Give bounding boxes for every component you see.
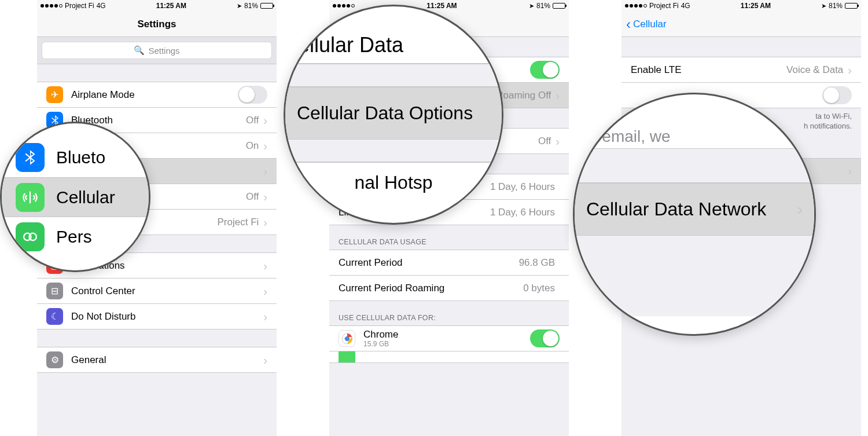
- row-general[interactable]: ⚙ General ›: [37, 347, 277, 372]
- navbar: ‹ Cellular: [621, 12, 861, 37]
- carrier-label: Project Fi: [65, 2, 94, 10]
- signal-dots-icon: [41, 4, 62, 8]
- svg-point-5: [29, 233, 36, 240]
- row-dnd[interactable]: ☾ Do Not Disturb ›: [37, 303, 277, 329]
- label: Lifetime: [339, 207, 490, 218]
- value: 1 Day, 6 Hours: [490, 207, 555, 218]
- back-label: Cellular: [633, 19, 667, 30]
- search-icon: 🔍: [134, 45, 145, 56]
- control-center-icon: ⊟: [46, 283, 63, 299]
- label: Notifications: [71, 260, 263, 272]
- value: 0 bytes: [523, 283, 555, 294]
- row-data-roaming[interactable]: [621, 82, 861, 108]
- label: Current Period: [339, 257, 519, 269]
- navbar: [329, 12, 569, 37]
- cellular-icon: [46, 163, 63, 179]
- row-notifications[interactable]: ▢ Notifications ›: [37, 252, 277, 278]
- search-input[interactable]: 🔍 Settings: [42, 42, 272, 59]
- gear-icon: ⚙: [46, 351, 63, 368]
- chevron-left-icon: ‹: [626, 17, 631, 31]
- label: Airplane Mode: [71, 89, 238, 101]
- svg-point-3: [345, 336, 350, 341]
- search-wrap: 🔍 Settings: [37, 37, 277, 64]
- cellular-data-toggle[interactable]: [530, 61, 560, 79]
- row-app-chrome[interactable]: Chrome 15.9 GB: [329, 325, 569, 351]
- battery-icon: [845, 3, 858, 9]
- search-placeholder: Settings: [148, 46, 179, 56]
- label: Current Period Roaming: [339, 283, 523, 294]
- value: On: [246, 140, 259, 152]
- row-bluetooth[interactable]: Bluetooth Off ›: [37, 107, 277, 133]
- row-usage-current: Current Period 96.8 GB: [329, 250, 569, 275]
- header-use-for: USE CELLULAR DATA FOR:: [329, 301, 569, 325]
- chevron-right-icon: ›: [848, 165, 852, 177]
- hotspot-icon: [46, 188, 63, 205]
- chevron-right-icon: ›: [848, 64, 852, 76]
- chevron-right-icon: ›: [263, 354, 267, 366]
- row-enable-lte[interactable]: Enable LTE Voice & Data ›: [621, 57, 861, 82]
- row-hotspot[interactable]: Off ›: [37, 184, 277, 209]
- chevron-right-icon: ›: [556, 135, 560, 147]
- roaming-toggle[interactable]: [822, 86, 852, 104]
- chrome-toggle[interactable]: [530, 329, 560, 347]
- row-carrier[interactable]: Project Fi ›: [37, 209, 277, 235]
- status-bar: 11:25 AM ➤ 81%: [329, 0, 569, 12]
- row-control-center[interactable]: ⊟ Control Center ›: [37, 278, 277, 303]
- status-bar: Project Fi 4G 11:25 AM ➤ 81%: [37, 0, 277, 12]
- row-calltime-current: Current Period 1 Day, 6 Hours: [329, 174, 569, 199]
- chevron-right-icon: ›: [556, 90, 560, 101]
- value: 96.8 GB: [519, 257, 555, 269]
- chevron-right-icon: ›: [263, 285, 267, 297]
- row-wifi[interactable]: On ›: [37, 133, 277, 158]
- moon-icon: ☾: [46, 308, 63, 325]
- footer-note: ta to Wi-Fi, h notifications.: [621, 108, 861, 141]
- row-cellular-data[interactable]: [329, 57, 569, 82]
- phone-cellular-data-options: Project Fi 4G 11:25 AM ➤ 81% ‹ Cellular …: [621, 0, 861, 436]
- row-cellular[interactable]: Cellular ›: [37, 158, 277, 184]
- location-icon: ➤: [821, 2, 826, 10]
- label: Bluetooth: [71, 115, 246, 126]
- signal-dots-icon: [333, 4, 355, 8]
- airplane-icon: ✈: [46, 86, 63, 103]
- label: Chrome: [363, 329, 530, 340]
- chevron-right-icon: ›: [263, 166, 267, 177]
- back-button[interactable]: ‹ Cellular: [626, 17, 667, 31]
- network-label: 4G: [97, 2, 106, 10]
- row-personal-hotspot[interactable]: Off ›: [329, 128, 569, 153]
- row-airplane-mode[interactable]: ✈ Airplane Mode: [37, 82, 277, 107]
- battery-icon: [260, 3, 273, 9]
- row-cellular-data-network[interactable]: ›: [621, 158, 861, 184]
- chevron-right-icon: ›: [263, 115, 267, 126]
- battery-percent: 81%: [244, 2, 258, 10]
- value: 1 Day, 6 Hours: [490, 181, 555, 193]
- phone-cellular: 11:25 AM ➤ 81% Roaming Off › Off › Curre…: [329, 0, 569, 436]
- chevron-right-icon: ›: [263, 311, 267, 323]
- page-title: Settings: [137, 19, 176, 30]
- label: Cellular: [71, 166, 263, 177]
- label: General: [71, 354, 263, 366]
- clock: 11:25 AM: [741, 2, 771, 10]
- chevron-right-icon: ›: [263, 260, 267, 272]
- sub-label: 15.9 GB: [363, 340, 530, 348]
- status-bar: Project Fi 4G 11:25 AM ➤ 81%: [621, 0, 861, 12]
- label: Do Not Disturb: [71, 311, 263, 323]
- value: Off: [246, 191, 259, 203]
- svg-point-4: [24, 233, 31, 240]
- network-label: 4G: [681, 2, 690, 10]
- airplane-toggle[interactable]: [238, 86, 267, 104]
- chrome-icon: [339, 330, 355, 347]
- row-usage-roaming: Current Period Roaming 0 bytes: [329, 275, 569, 301]
- label: Current Period: [339, 181, 490, 193]
- battery-icon: [553, 3, 565, 9]
- row-calltime-lifetime: Lifetime 1 Day, 6 Hours: [329, 199, 569, 225]
- signal-dots-icon: [625, 4, 647, 8]
- clock: 11:25 AM: [156, 2, 186, 10]
- row-cellular-data-options[interactable]: Roaming Off ›: [329, 82, 569, 108]
- battery-percent: 81%: [536, 2, 550, 10]
- phone-settings: Project Fi 4G 11:25 AM ➤ 81% Settings 🔍 …: [37, 0, 277, 436]
- value: Voice & Data: [786, 64, 843, 76]
- value: Off: [538, 135, 551, 147]
- row-app[interactable]: [329, 351, 569, 362]
- battery-percent: 81%: [829, 2, 843, 10]
- label: Control Center: [71, 285, 263, 297]
